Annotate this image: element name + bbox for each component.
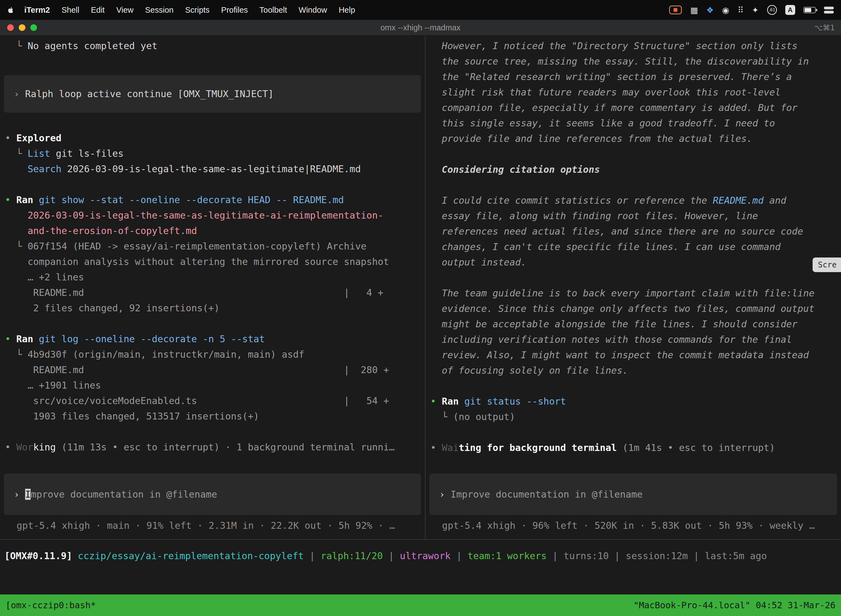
left-terminal-output: └ No agents completed yet› Ralph loop ac…: [0, 36, 425, 455]
menu-item-toolbelt[interactable]: Toolbelt: [253, 6, 293, 14]
prompt-input-left[interactable]: › Improve documentation in @filename: [4, 474, 421, 515]
screen: iTerm2 ShellEditViewSessionScriptsProfil…: [0, 0, 841, 616]
stats-icon[interactable]: ▦: [690, 5, 698, 15]
terminal-line: The team guideline is to back every impo…: [425, 285, 841, 301]
window-title: omx --xhigh --madmax: [0, 23, 841, 32]
menu-item-scripts[interactable]: Scripts: [179, 6, 215, 14]
menu-item-profiles[interactable]: Profiles: [215, 6, 254, 14]
terminal-line: [425, 177, 841, 193]
inject-banner[interactable]: › Ralph loop active continue [OMX_TMUX_I…: [4, 75, 421, 113]
terminal-line: • Waiting for background terminal (1m 41…: [425, 440, 841, 455]
battery-icon[interactable]: [803, 7, 816, 13]
terminal-line: provide file and line references from th…: [425, 131, 841, 146]
left-terminal-pane[interactable]: └ No agents completed yet› Ralph loop ac…: [0, 36, 425, 539]
omx-status-bar: [OMX#0.11.9] cczip/essay/ai-reimplementa…: [0, 540, 841, 572]
terminal-line: └ No agents completed yet: [0, 38, 425, 54]
terminal-line: references need actual files, and since …: [425, 224, 841, 239]
terminal-line: └ List git ls-files: [0, 146, 425, 161]
terminal-line: └ (no output): [425, 409, 841, 424]
terminal-line: including verification notes with those …: [425, 332, 841, 347]
terminal-line: • Ran git show --stat --oneline --decora…: [0, 192, 425, 208]
terminal-line: … +1901 lines: [0, 378, 425, 393]
terminal-line: might be acceptable alongside the file l…: [425, 316, 841, 332]
terminal-line: [425, 146, 841, 162]
session-status-line-right: gpt-5.4 xhigh · 96% left · 520K in · 5.8…: [425, 518, 841, 533]
terminal-line: companion file, especially if more comme…: [425, 100, 841, 115]
menu-item-view[interactable]: View: [110, 6, 139, 14]
terminal-line: • Explored: [0, 130, 425, 146]
terminal-line: of focusing solely on file lines.: [425, 363, 841, 378]
terminal-line: this single essay, it seems like a good …: [425, 115, 841, 131]
terminal-line: and-the-erosion-of-copyleft.md: [0, 223, 425, 238]
terminal-line: essay file, along with finding root file…: [425, 208, 841, 224]
terminal-line: 2 files changed, 92 insertions(+): [0, 300, 425, 316]
menu-item-window[interactable]: Window: [293, 6, 333, 14]
percent-badge-icon[interactable]: .61: [767, 5, 777, 15]
left-pane-footer: › Improve documentation in @filename gpt…: [0, 474, 425, 533]
menu-item-help[interactable]: Help: [333, 6, 361, 14]
menu-bar-status-area: ▦ ❖ ◉ ⠿ ✦ .61 A: [669, 5, 834, 15]
tmux-clock-label: "MacBook-Pro-44.local" 04:52 31-Mar-26: [633, 600, 835, 610]
terminal-line: evidence. Since this change only affects…: [425, 301, 841, 316]
apple-menu-icon[interactable]: [7, 6, 15, 14]
screen-recording-indicator[interactable]: [669, 6, 682, 14]
terminal-line: src/voice/voiceModeEnabled.ts | 54 +: [0, 393, 425, 408]
tmux-session-label: [omx-cczip0:bash*: [6, 600, 96, 610]
terminal-line: I could cite commit statistics or refere…: [425, 193, 841, 208]
right-pane-footer: › Improve documentation in @filename gpt…: [425, 474, 841, 533]
terminal-line: … +2 lines: [0, 269, 425, 285]
terminal-line: companion analysis without altering the …: [0, 254, 425, 269]
session-status-line-left: gpt-5.4 xhigh · main · 91% left · 2.31M …: [0, 518, 425, 533]
menu-item-edit[interactable]: Edit: [85, 6, 110, 14]
terminal-line: README.md | 4 +: [0, 285, 425, 300]
terminal-line: 1903 files changed, 513517 insertions(+): [0, 408, 425, 424]
terminal-line: output instead.: [425, 254, 841, 270]
close-button[interactable]: [7, 24, 14, 31]
tmux-status-bar: [omx-cczip0:bash* "MacBook-Pro-44.local"…: [0, 594, 841, 616]
dots-grid-icon[interactable]: ⠿: [737, 5, 744, 15]
terminal-line: [0, 177, 425, 192]
minimize-button[interactable]: [19, 24, 25, 31]
terminal-line: [425, 378, 841, 393]
terminal-line: the source tree, missing the essay. Stil…: [425, 54, 841, 69]
input-source-icon[interactable]: A: [785, 5, 795, 15]
terminal-line: • Ran git log --oneline --decorate -n 5 …: [0, 331, 425, 347]
terminal-line: README.md | 280 +: [0, 362, 425, 378]
right-terminal-output: However, I noticed the "Directory Struct…: [425, 36, 841, 455]
terminal-line: [0, 424, 425, 439]
terminal-line: the "Related research writing" section i…: [425, 69, 841, 84]
prompt-input-right[interactable]: › Improve documentation in @filename: [429, 474, 837, 515]
terminal-line: └ 4b9d30f (origin/main, instructkr/main,…: [0, 347, 425, 362]
blue-app-icon[interactable]: ❖: [706, 5, 714, 15]
terminal-line: [425, 270, 841, 285]
terminal-line: └ 067f154 (HEAD -> essay/ai-reimplementa…: [0, 238, 425, 254]
menu-item-shell[interactable]: Shell: [56, 6, 85, 14]
key-icon[interactable]: ✦: [752, 5, 759, 15]
screen-edge-tooltip[interactable]: Scre: [813, 258, 841, 272]
terminal-line: [0, 316, 425, 331]
round-app-icon[interactable]: ◉: [722, 5, 729, 15]
terminal-line: • Ran git status --short: [425, 393, 841, 409]
window-title-bar[interactable]: omx --xhigh --madmax ⌥⌘1: [0, 20, 841, 36]
menu-item-iterm2[interactable]: iTerm2: [19, 6, 56, 15]
menu-item-session[interactable]: Session: [139, 6, 179, 14]
right-terminal-pane[interactable]: However, I noticed the "Directory Struct…: [425, 36, 841, 539]
terminal-line: 2026-03-09-is-legal-the-same-as-legitima…: [0, 208, 425, 223]
terminal-line: review. Also, I might want to inspect th…: [425, 347, 841, 363]
window-controls: [7, 24, 37, 31]
terminal-line: Search 2026-03-09-is-legal-the-same-as-l…: [0, 161, 425, 177]
window-hotkey-badge: ⌥⌘1: [814, 23, 835, 32]
terminal-line: However, I noticed the "Directory Struct…: [425, 38, 841, 54]
menu-bar: iTerm2 ShellEditViewSessionScriptsProfil…: [0, 0, 841, 20]
terminal-line: slight risk that future readers may over…: [425, 84, 841, 100]
control-center-icon[interactable]: [824, 7, 834, 13]
terminal-line: [425, 424, 841, 440]
terminal-line: • Working (11m 13s • esc to interrupt) ·…: [0, 439, 425, 455]
terminal-line: changes, I can't cite specific file line…: [425, 239, 841, 254]
terminal-line: Considering citation options: [425, 162, 841, 177]
zoom-button[interactable]: [30, 24, 37, 31]
